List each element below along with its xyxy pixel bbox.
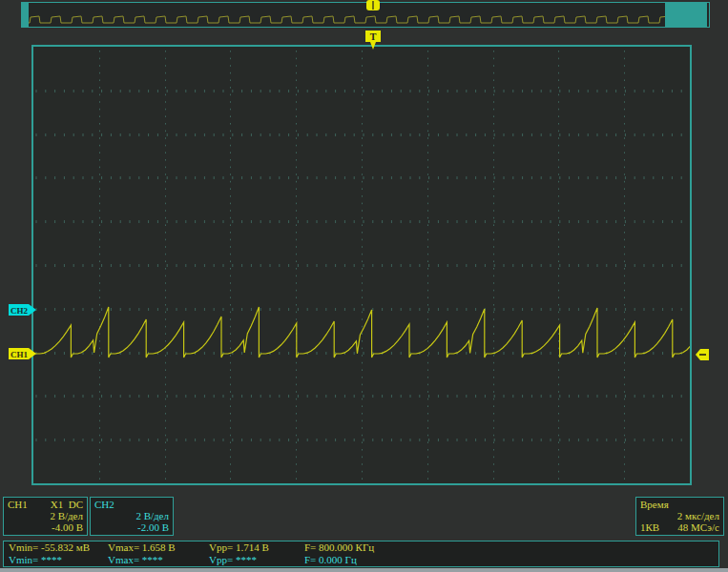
ch2-level-marker[interactable]: CH2 [8, 303, 38, 320]
overview-strip[interactable] [21, 2, 710, 28]
slider-slot-icon [372, 1, 374, 10]
ch2-freq: F= 0.000 Гц [304, 554, 718, 566]
ch1-marker-label: CH1 [10, 350, 29, 359]
ch1-offset: -4.00 В [8, 521, 83, 533]
trigger-position-slider[interactable] [366, 0, 380, 10]
ch1-measurements-row: Vmin= -55.832 мВ Vmax= 1.658 В Vpp= 1.71… [9, 541, 718, 554]
timebase-memory: 1КВ [640, 521, 659, 533]
trigger-level-marker[interactable] [696, 348, 710, 365]
ch1-vpp: Vpp= 1.714 В [209, 541, 304, 554]
timebase-title: Время [640, 499, 719, 510]
trigger-level-dash-icon [699, 354, 706, 356]
overview-waveform [22, 3, 707, 25]
ch2-vpp: Vpp= **** [209, 554, 304, 566]
ch2-scale: 2 В/дел [94, 510, 169, 521]
overview-right-handle[interactable] [665, 3, 707, 27]
trigger-flag[interactable]: T [364, 31, 382, 54]
timebase-scale: 2 мкс/дел [640, 510, 719, 521]
window-bottom-edge [0, 568, 728, 572]
ch2-marker-label: CH2 [10, 306, 29, 316]
ch2-panel[interactable]: CH2 2 В/дел -2.00 В [90, 497, 174, 536]
ch2-vmax: Vmax= **** [108, 554, 209, 566]
ch2-vmin: Vmin= **** [9, 554, 108, 566]
timebase-panel[interactable]: Время 2 мкс/дел 1КВ 48 МСэ/с [635, 497, 724, 536]
measurements-bar: Vmin= -55.832 мВ Vmax= 1.658 В Vpp= 1.71… [3, 541, 719, 567]
ch1-vmax: Vmax= 1.658 В [108, 541, 209, 554]
ch1-panel-name: CH1 [8, 499, 28, 510]
ch2-measurements-row: Vmin= **** Vmax= **** Vpp= **** F= 0.000… [9, 554, 718, 566]
timebase-samplerate: 48 МСэ/с [677, 521, 719, 533]
ch1-vmin: Vmin= -55.832 мВ [9, 541, 108, 554]
ch1-scale: 2 В/дел [8, 510, 83, 521]
screen-grid [36, 51, 681, 480]
overview-left-handle[interactable] [22, 3, 29, 27]
ch1-coupling: X1 DC [51, 499, 83, 510]
ch1-waveform [33, 307, 690, 358]
ch1-panel[interactable]: CH1 X1 DC 2 В/дел -4.00 В [3, 497, 88, 536]
ch1-level-marker[interactable]: CH1 [8, 347, 38, 364]
ch2-offset: -2.00 В [94, 521, 169, 533]
trigger-flag-label: T [370, 31, 377, 42]
ch2-panel-name: CH2 [94, 499, 114, 510]
ch1-freq: F= 800.000 КГц [304, 541, 718, 554]
scope-screen [31, 45, 692, 485]
